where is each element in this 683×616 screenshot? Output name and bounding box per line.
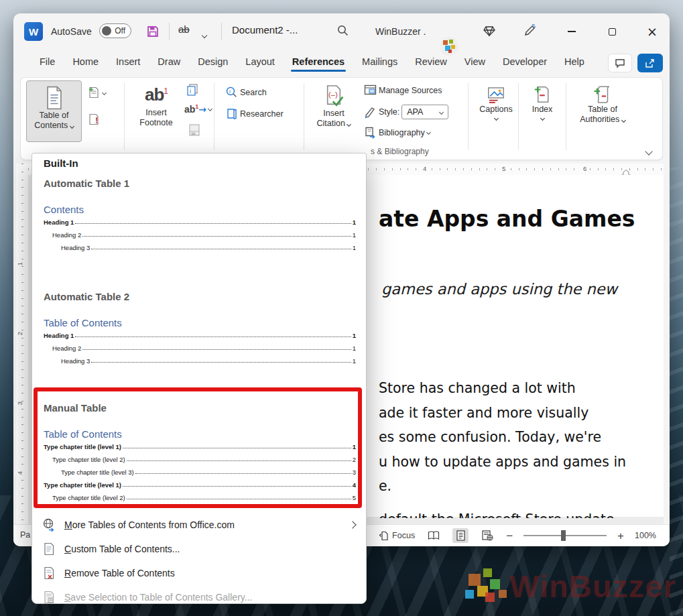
- collapse-ribbon-chevron-icon[interactable]: [646, 145, 651, 157]
- menu-custom-table-of-contents[interactable]: Custom Table of Contents...: [32, 537, 366, 561]
- minimize-button[interactable]: [560, 21, 583, 42]
- separator: [221, 23, 222, 40]
- document-title[interactable]: Document2 -...: [232, 24, 298, 36]
- svg-text:(–): (–): [328, 90, 338, 99]
- toc-preview-row: Heading 21: [44, 228, 356, 241]
- web-layout-button[interactable]: [479, 528, 495, 543]
- gallery-title: Automatic Table 2: [44, 291, 356, 302]
- toggle-knob: [102, 26, 111, 36]
- ruler-number: 4: [421, 165, 428, 172]
- insert-footnote-button[interactable]: ab1 Insert Footnote: [131, 80, 181, 142]
- search-icon[interactable]: [336, 24, 349, 40]
- bibliography-button[interactable]: Bibliography: [364, 126, 430, 139]
- account-name[interactable]: WinBuzzer .: [375, 24, 426, 39]
- focus-mode-button[interactable]: Focus: [379, 531, 415, 541]
- save-icon[interactable]: [146, 25, 160, 41]
- add-text-button[interactable]: [87, 86, 106, 99]
- tab-home[interactable]: Home: [64, 52, 107, 74]
- focus-icon: [379, 531, 389, 541]
- maximize-button[interactable]: [601, 21, 623, 42]
- tab-references[interactable]: References: [284, 52, 353, 74]
- ribbon: Table of Contents ! ab1 Insert Footnote …: [20, 77, 663, 160]
- strikethrough-button[interactable]: ab: [178, 23, 190, 35]
- zoom-slider[interactable]: [523, 535, 607, 536]
- menu-save-selection-to-gallery[interactable]: Save Selection to Table of Contents Gall…: [32, 585, 366, 609]
- manage-sources-icon: [364, 84, 377, 96]
- dropdown-chevron-icon: [208, 107, 212, 111]
- ruler-number: 5: [500, 165, 507, 172]
- insert-endnote-button[interactable]: i: [186, 83, 199, 97]
- menu-more-tables-from-office[interactable]: More Tables of Contents from Office.com: [32, 513, 366, 537]
- tab-help[interactable]: Help: [556, 52, 593, 74]
- show-notes-button[interactable]: [188, 123, 200, 137]
- update-table-button[interactable]: !: [87, 113, 101, 126]
- insert-citation-button[interactable]: (–) Insert Citation: [310, 80, 357, 142]
- document-subtitle: games and apps using the new: [381, 280, 617, 298]
- table-of-authorities-button[interactable]: Table of Authorities: [570, 80, 635, 142]
- ruler-number: 4: [15, 471, 25, 475]
- page-indicator[interactable]: Pa: [20, 530, 30, 540]
- zoom-level[interactable]: 100%: [635, 531, 656, 540]
- menu-remove-table-of-contents[interactable]: Remove Table of Contents: [32, 561, 366, 585]
- clipped-body-line: default the Microsoft Store update: [379, 511, 615, 518]
- submenu-chevron-icon: [349, 521, 356, 528]
- tab-review[interactable]: Review: [406, 52, 456, 74]
- autosave-label: AutoSave: [51, 24, 92, 39]
- style-combobox[interactable]: APA: [401, 105, 448, 119]
- zoom-in-button[interactable]: +: [617, 530, 624, 542]
- index-button[interactable]: Index: [522, 80, 562, 142]
- smart-search-icon: i: [225, 86, 238, 99]
- manage-sources-button[interactable]: Manage Sources: [364, 84, 442, 96]
- read-mode-button[interactable]: [426, 528, 442, 543]
- group-separator: [304, 83, 304, 150]
- premium-diamond-icon[interactable]: [483, 24, 496, 40]
- autosave-toggle[interactable]: Off: [99, 23, 131, 38]
- rewrite-pen-icon[interactable]: [523, 23, 537, 40]
- toc-icon: [43, 85, 66, 111]
- dropdown-chevron-icon: [70, 124, 74, 129]
- index-icon: [533, 84, 552, 105]
- watermark-cube: [483, 568, 492, 577]
- tab-design[interactable]: Design: [189, 52, 237, 74]
- search-ribbon-button[interactable]: i Search: [225, 86, 267, 99]
- tab-draw[interactable]: Draw: [149, 52, 189, 74]
- body-line: es some confusion. Today, we're: [379, 425, 626, 450]
- dropdown-chevron-icon: [426, 130, 431, 135]
- tab-developer[interactable]: Developer: [494, 52, 556, 74]
- body-line: e.: [379, 474, 626, 499]
- group-separator: [124, 83, 125, 150]
- tab-mailings[interactable]: Mailings: [353, 52, 406, 74]
- zoom-out-button[interactable]: −: [506, 530, 513, 542]
- show-notes-icon: [188, 123, 200, 137]
- zoom-slider-handle[interactable]: [561, 530, 566, 541]
- document-body-text: Store has changed a lot with ade it fast…: [379, 376, 626, 499]
- tab-view[interactable]: View: [456, 52, 494, 74]
- quick-access-chevron-icon[interactable]: [202, 28, 206, 40]
- tab-layout[interactable]: Layout: [237, 52, 284, 74]
- captions-button[interactable]: Captions: [474, 80, 518, 142]
- tab-insert[interactable]: Insert: [107, 52, 149, 74]
- tab-file[interactable]: File: [31, 52, 64, 74]
- gallery-automatic-table-1[interactable]: Automatic Table 1 Contents Heading 11 He…: [35, 178, 365, 253]
- watermark-cube: [490, 579, 500, 589]
- toc-preview-row: Heading 11: [44, 215, 356, 228]
- word-logo-icon: W: [24, 22, 43, 41]
- next-footnote-icon: ab1→: [184, 103, 206, 115]
- researcher-button[interactable]: Researcher: [225, 107, 284, 120]
- close-button[interactable]: ×: [641, 21, 664, 42]
- group-label-citations-bibliography: s & Bibliography: [371, 147, 429, 156]
- remove-toc-icon: [42, 566, 56, 580]
- ruler-number: 3: [15, 402, 25, 405]
- share-button[interactable]: [637, 54, 663, 72]
- table-of-contents-button[interactable]: Table of Contents: [26, 80, 82, 142]
- watermark-cube: [465, 590, 474, 599]
- comments-button[interactable]: [608, 54, 632, 72]
- print-layout-button[interactable]: [452, 528, 469, 543]
- ribbon-tab-row: File Home Insert Draw Design Layout Refe…: [31, 50, 663, 76]
- toc-preview-row: Heading 21: [44, 341, 356, 354]
- dropdown-chevron-icon: [621, 118, 626, 123]
- gallery-automatic-table-2[interactable]: Automatic Table 2 Table of Contents Head…: [35, 291, 365, 367]
- vertical-ruler[interactable]: 1 2 3 4: [16, 164, 28, 538]
- next-footnote-button[interactable]: ab1→: [184, 103, 212, 115]
- watermark-cube: [469, 574, 481, 586]
